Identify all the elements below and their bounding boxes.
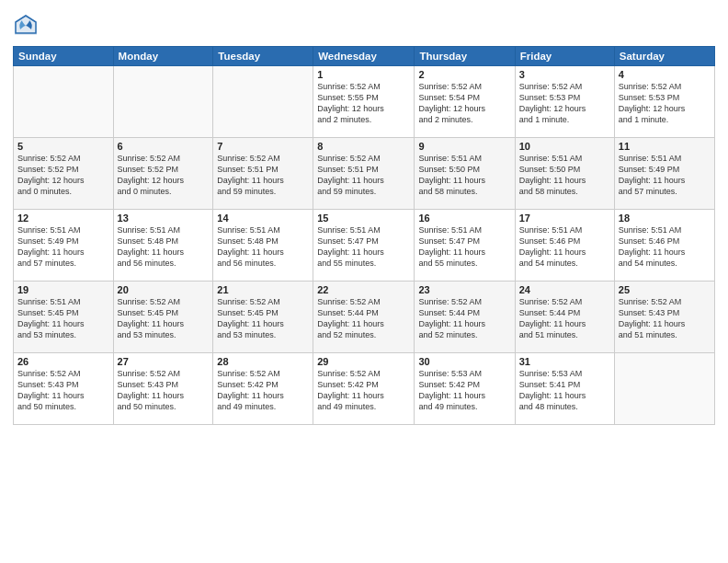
day-info: Sunrise: 5:51 AM Sunset: 5:50 PM Dayligh… (519, 153, 610, 198)
calendar: SundayMondayTuesdayWednesdayThursdayFrid… (13, 46, 715, 425)
day-cell: 14Sunrise: 5:51 AM Sunset: 5:48 PM Dayli… (213, 210, 313, 282)
day-number: 14 (217, 213, 309, 224)
day-number: 18 (619, 213, 711, 224)
day-number: 22 (317, 284, 410, 295)
day-cell (614, 353, 714, 425)
day-info: Sunrise: 5:51 AM Sunset: 5:49 PM Dayligh… (619, 153, 711, 198)
day-info: Sunrise: 5:52 AM Sunset: 5:43 PM Dayligh… (118, 368, 210, 413)
day-number: 5 (17, 141, 109, 152)
day-number: 1 (317, 69, 410, 80)
day-cell (213, 66, 313, 138)
header (13, 9, 715, 39)
day-number: 25 (619, 284, 711, 295)
day-cell: 3Sunrise: 5:52 AM Sunset: 5:53 PM Daylig… (515, 66, 614, 138)
day-info: Sunrise: 5:52 AM Sunset: 5:42 PM Dayligh… (217, 368, 309, 413)
day-info: Sunrise: 5:52 AM Sunset: 5:51 PM Dayligh… (217, 153, 309, 198)
day-number: 29 (317, 356, 410, 367)
logo (13, 13, 42, 39)
day-cell: 20Sunrise: 5:52 AM Sunset: 5:45 PM Dayli… (113, 282, 213, 353)
day-number: 4 (619, 69, 711, 80)
day-cell: 11Sunrise: 5:51 AM Sunset: 5:49 PM Dayli… (614, 138, 714, 210)
day-cell: 7Sunrise: 5:52 AM Sunset: 5:51 PM Daylig… (213, 138, 313, 210)
day-number: 31 (519, 356, 610, 367)
day-info: Sunrise: 5:52 AM Sunset: 5:42 PM Dayligh… (317, 368, 410, 413)
day-info: Sunrise: 5:51 AM Sunset: 5:46 PM Dayligh… (519, 224, 610, 270)
day-cell (113, 66, 213, 138)
day-info: Sunrise: 5:52 AM Sunset: 5:55 PM Dayligh… (317, 81, 410, 126)
day-number: 20 (118, 284, 210, 295)
weekday-saturday: Saturday (614, 47, 714, 66)
week-row-0: 1Sunrise: 5:52 AM Sunset: 5:55 PM Daylig… (14, 66, 715, 138)
day-cell: 30Sunrise: 5:53 AM Sunset: 5:42 PM Dayli… (415, 353, 515, 425)
day-info: Sunrise: 5:52 AM Sunset: 5:44 PM Dayligh… (519, 296, 610, 341)
weekday-monday: Monday (113, 47, 213, 66)
day-info: Sunrise: 5:52 AM Sunset: 5:52 PM Dayligh… (17, 153, 109, 198)
day-info: Sunrise: 5:52 AM Sunset: 5:44 PM Dayligh… (317, 296, 410, 341)
day-info: Sunrise: 5:51 AM Sunset: 5:50 PM Dayligh… (418, 153, 510, 198)
day-cell: 21Sunrise: 5:52 AM Sunset: 5:45 PM Dayli… (213, 282, 313, 353)
day-number: 7 (217, 141, 309, 152)
day-info: Sunrise: 5:52 AM Sunset: 5:54 PM Dayligh… (418, 81, 510, 126)
day-number: 11 (619, 141, 711, 152)
day-cell: 24Sunrise: 5:52 AM Sunset: 5:44 PM Dayli… (515, 282, 614, 353)
day-info: Sunrise: 5:52 AM Sunset: 5:44 PM Dayligh… (418, 296, 510, 341)
day-cell: 31Sunrise: 5:53 AM Sunset: 5:41 PM Dayli… (515, 353, 614, 425)
day-cell: 26Sunrise: 5:52 AM Sunset: 5:43 PM Dayli… (14, 353, 114, 425)
day-cell: 22Sunrise: 5:52 AM Sunset: 5:44 PM Dayli… (313, 282, 415, 353)
day-number: 2 (418, 69, 510, 80)
day-number: 8 (317, 141, 410, 152)
svg-marker-0 (15, 15, 37, 35)
day-cell: 19Sunrise: 5:51 AM Sunset: 5:45 PM Dayli… (14, 282, 114, 353)
day-info: Sunrise: 5:52 AM Sunset: 5:52 PM Dayligh… (118, 153, 210, 198)
day-cell: 17Sunrise: 5:51 AM Sunset: 5:46 PM Dayli… (515, 210, 614, 282)
day-info: Sunrise: 5:52 AM Sunset: 5:45 PM Dayligh… (118, 296, 210, 341)
day-info: Sunrise: 5:51 AM Sunset: 5:48 PM Dayligh… (217, 224, 309, 270)
weekday-friday: Friday (515, 47, 614, 66)
day-number: 16 (418, 213, 510, 224)
day-info: Sunrise: 5:52 AM Sunset: 5:51 PM Dayligh… (317, 153, 410, 198)
weekday-header-row: SundayMondayTuesdayWednesdayThursdayFrid… (14, 47, 715, 66)
day-cell: 4Sunrise: 5:52 AM Sunset: 5:53 PM Daylig… (614, 66, 714, 138)
day-info: Sunrise: 5:52 AM Sunset: 5:53 PM Dayligh… (519, 81, 610, 126)
day-info: Sunrise: 5:52 AM Sunset: 5:45 PM Dayligh… (217, 296, 309, 341)
day-number: 10 (519, 141, 610, 152)
weekday-tuesday: Tuesday (213, 47, 313, 66)
day-cell: 9Sunrise: 5:51 AM Sunset: 5:50 PM Daylig… (415, 138, 515, 210)
day-cell: 18Sunrise: 5:51 AM Sunset: 5:46 PM Dayli… (614, 210, 714, 282)
day-cell: 29Sunrise: 5:52 AM Sunset: 5:42 PM Dayli… (313, 353, 415, 425)
day-cell: 13Sunrise: 5:51 AM Sunset: 5:48 PM Dayli… (113, 210, 213, 282)
day-info: Sunrise: 5:51 AM Sunset: 5:46 PM Dayligh… (619, 224, 711, 270)
day-cell: 12Sunrise: 5:51 AM Sunset: 5:49 PM Dayli… (14, 210, 114, 282)
day-cell: 25Sunrise: 5:52 AM Sunset: 5:43 PM Dayli… (614, 282, 714, 353)
day-cell: 5Sunrise: 5:52 AM Sunset: 5:52 PM Daylig… (14, 138, 114, 210)
page: SundayMondayTuesdayWednesdayThursdayFrid… (0, 0, 728, 563)
day-cell: 15Sunrise: 5:51 AM Sunset: 5:47 PM Dayli… (313, 210, 415, 282)
weekday-thursday: Thursday (415, 47, 515, 66)
day-info: Sunrise: 5:51 AM Sunset: 5:47 PM Dayligh… (317, 224, 410, 270)
day-cell: 1Sunrise: 5:52 AM Sunset: 5:55 PM Daylig… (313, 66, 415, 138)
day-number: 12 (17, 213, 109, 224)
day-number: 19 (17, 284, 109, 295)
day-info: Sunrise: 5:51 AM Sunset: 5:47 PM Dayligh… (418, 224, 510, 270)
day-number: 30 (418, 356, 510, 367)
week-row-1: 5Sunrise: 5:52 AM Sunset: 5:52 PM Daylig… (14, 138, 715, 210)
day-number: 24 (519, 284, 610, 295)
day-number: 6 (118, 141, 210, 152)
day-cell: 2Sunrise: 5:52 AM Sunset: 5:54 PM Daylig… (415, 66, 515, 138)
weekday-sunday: Sunday (14, 47, 114, 66)
calendar-header: SundayMondayTuesdayWednesdayThursdayFrid… (14, 47, 715, 66)
weekday-wednesday: Wednesday (313, 47, 415, 66)
day-number: 17 (519, 213, 610, 224)
day-info: Sunrise: 5:52 AM Sunset: 5:43 PM Dayligh… (619, 296, 711, 341)
week-row-3: 19Sunrise: 5:51 AM Sunset: 5:45 PM Dayli… (14, 282, 715, 353)
day-info: Sunrise: 5:53 AM Sunset: 5:42 PM Dayligh… (418, 368, 510, 413)
week-row-2: 12Sunrise: 5:51 AM Sunset: 5:49 PM Dayli… (14, 210, 715, 282)
day-cell: 10Sunrise: 5:51 AM Sunset: 5:50 PM Dayli… (515, 138, 614, 210)
day-info: Sunrise: 5:52 AM Sunset: 5:43 PM Dayligh… (17, 368, 109, 413)
day-info: Sunrise: 5:52 AM Sunset: 5:53 PM Dayligh… (619, 81, 711, 126)
day-cell: 27Sunrise: 5:52 AM Sunset: 5:43 PM Dayli… (113, 353, 213, 425)
day-number: 23 (418, 284, 510, 295)
calendar-body: 1Sunrise: 5:52 AM Sunset: 5:55 PM Daylig… (14, 66, 715, 425)
day-number: 15 (317, 213, 410, 224)
day-info: Sunrise: 5:53 AM Sunset: 5:41 PM Dayligh… (519, 368, 610, 413)
